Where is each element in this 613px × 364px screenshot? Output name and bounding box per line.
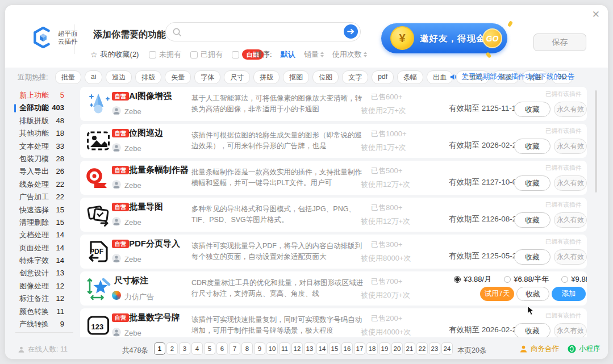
sidebar-category[interactable]: 产线转换 9 — [5, 318, 80, 330]
permanent-valid-button[interactable]: 永久有效 — [554, 249, 587, 265]
price-option[interactable]: ¥3.88/月 — [454, 274, 491, 284]
page-button[interactable]: 9 — [254, 342, 265, 355]
plugin-card[interactable]: 尺寸标注 力仿广告 CDR度量标注工具的优化和批量，对目标图形或区域进行尺寸标注… — [80, 271, 587, 306]
page-button[interactable]: 16 — [341, 342, 353, 355]
hot-search-tag[interactable]: 字体 — [194, 70, 220, 84]
sidebar-category[interactable]: 颜色转换 11 — [5, 306, 80, 318]
permanent-valid-button[interactable]: 永久有效 — [554, 102, 587, 117]
sidebar-category[interactable]: 文本处理 33 — [5, 140, 80, 153]
permanent-valid-button[interactable]: 永久有效 — [554, 212, 587, 228]
page-button[interactable]: 17 — [354, 342, 365, 355]
sidebar-category[interactable]: 标注备注 12 — [5, 292, 80, 305]
my-favorites-link[interactable]: ☆ 我的收藏(2) — [90, 49, 139, 60]
favorite-button[interactable]: 收藏 — [514, 249, 551, 265]
sidebar-category[interactable]: 包装刀模 28 — [5, 153, 80, 165]
hot-search-tag[interactable]: 巡边 — [106, 70, 132, 84]
save-button[interactable]: 保存 — [533, 34, 586, 51]
permanent-valid-button[interactable]: 永久有效 — [554, 139, 587, 154]
hot-search-tag[interactable]: 拼版 — [253, 70, 280, 84]
favorite-button[interactable]: 收藏 — [514, 323, 551, 337]
page-button[interactable]: 12 — [291, 342, 303, 355]
permanent-valid-button[interactable]: 永久有效 — [554, 323, 587, 337]
sidebar-category[interactable]: 新上功能 5 — [5, 89, 80, 102]
search-submit-button[interactable] — [344, 24, 358, 39]
page-button[interactable]: 10 — [266, 342, 278, 355]
plugin-card[interactable]: 自营 位图巡边 Zebe 该插件可根据位图的轮廓生成矢量的图形（即常说的巡边效果… — [80, 124, 587, 158]
business-coop-link[interactable]: 商务合作 — [519, 344, 559, 354]
page-button[interactable]: 1 — [154, 342, 165, 355]
hot-search-tag[interactable]: 批量 — [55, 70, 81, 84]
radio-icon[interactable] — [561, 276, 568, 283]
page-button[interactable]: 20 — [391, 342, 403, 355]
sidebar-category[interactable]: 清理删除 15 — [5, 216, 80, 229]
sidebar-category[interactable]: 排版拼版 48 — [5, 115, 80, 127]
sidebar-category[interactable]: 快速选择 15 — [5, 204, 80, 216]
checkbox-icon[interactable] — [149, 51, 156, 58]
invite-banner[interactable]: ¥ 邀好友，得现金 GO — [381, 23, 507, 53]
sidebar-category[interactable]: 创意设计 13 — [5, 267, 80, 279]
favorite-button[interactable]: 收藏 — [514, 102, 551, 117]
plugin-card[interactable]: 自营 AI图像增强 Zebe 基于人工智能算法，可将低像素的图像放大变清晰，转换… — [80, 87, 587, 121]
trial-button[interactable]: 试用7天 — [480, 287, 514, 301]
page-button[interactable]: 21 — [404, 342, 415, 355]
page-button[interactable]: 2 — [166, 342, 178, 355]
radio-icon[interactable] — [454, 276, 461, 283]
hot-search-tag[interactable]: 矢量 — [165, 70, 191, 84]
page-button[interactable]: 11 — [279, 342, 290, 355]
sidebar-category[interactable]: 其他功能 18 — [5, 127, 80, 140]
page-button[interactable]: 3 — [179, 342, 190, 355]
hot-search-tag[interactable]: pdf — [372, 70, 394, 84]
sidebar-category[interactable]: 特殊字效 14 — [5, 254, 80, 267]
checkbox-icon[interactable] — [190, 51, 198, 58]
add-button[interactable]: 添加 — [552, 287, 586, 301]
favorite-button[interactable]: 收藏 — [514, 212, 551, 228]
radio-icon[interactable] — [504, 276, 511, 283]
page-button[interactable]: 5 — [204, 342, 215, 355]
page-button[interactable]: 15 — [329, 342, 340, 355]
announcement-link[interactable]: 关于近期部分云插件功能下线的公告 — [449, 72, 575, 82]
sidebar-category[interactable]: 广告加工 22 — [5, 191, 80, 203]
favorite-button[interactable]: 收藏 — [514, 139, 551, 154]
filter-checkbox[interactable]: 未拥有 — [149, 49, 181, 60]
page-button[interactable]: 6 — [216, 342, 228, 355]
hot-search-tag[interactable]: 文字 — [342, 70, 368, 84]
sort-option[interactable]: 销量 — [304, 49, 324, 60]
plugin-card[interactable]: 自营 批量导图 Zebe 多种常见的导出格式和导图模式，包括JPG、PNG、TI… — [80, 198, 587, 232]
permanent-valid-button[interactable]: 永久有效 — [554, 175, 587, 191]
sidebar-category[interactable]: 全部功能 403 — [5, 102, 80, 114]
sort-option[interactable]: 使用次数 — [332, 49, 367, 60]
hot-search-tag[interactable]: ai — [85, 70, 102, 84]
hot-search-tag[interactable]: 位图 — [312, 70, 339, 84]
close-icon[interactable]: ✕ — [592, 10, 600, 19]
hot-search-tag[interactable]: 排版 — [135, 70, 161, 84]
price-option[interactable]: ¥6.88/半年 — [504, 274, 549, 284]
page-button[interactable]: 19 — [379, 342, 390, 355]
hot-search-tag[interactable]: 尺寸 — [224, 70, 250, 84]
page-button[interactable]: 14 — [316, 342, 328, 355]
page-button[interactable]: 23 — [429, 342, 440, 355]
favorite-button[interactable]: 收藏 — [514, 175, 551, 191]
page-button[interactable]: 4 — [191, 342, 203, 355]
page-button[interactable]: 24 — [441, 342, 453, 355]
search-input[interactable] — [185, 24, 334, 39]
page-button[interactable]: 18 — [366, 342, 378, 355]
sidebar-category[interactable]: 图像处理 12 — [5, 280, 80, 292]
price-option[interactable]: ¥9.88/年 — [561, 274, 587, 284]
hot-search-tag[interactable]: 条幅 — [397, 70, 423, 84]
plugin-card[interactable]: PDF 自营 PDF分页导入 Zebe 该插件可实现批量导入PDF，将导入的内容… — [80, 235, 587, 269]
hot-search-tag[interactable]: 抠图 — [283, 70, 309, 84]
sidebar-category[interactable]: 文档处理 14 — [5, 229, 80, 241]
sort-arrows-icon[interactable] — [320, 52, 324, 57]
page-button[interactable]: 22 — [416, 342, 428, 355]
sort-arrows-icon[interactable] — [364, 52, 367, 57]
plugin-card[interactable]: 123 自营 批量数字号牌 Zebe 该插件可实现快速批量复制，同时可实现数字号… — [80, 308, 587, 337]
scrollbar-thumb[interactable] — [595, 90, 597, 193]
sort-option[interactable]: 默认 — [281, 49, 295, 60]
page-button[interactable]: 13 — [304, 342, 315, 355]
page-button[interactable]: 7 — [229, 342, 240, 355]
sidebar-category[interactable]: 导入导出 26 — [5, 165, 80, 178]
miniapp-link[interactable]: 小程序 — [568, 344, 601, 354]
filter-checkbox[interactable]: 已拥有 — [190, 49, 223, 60]
sidebar-category[interactable]: 页面处理 14 — [5, 242, 80, 254]
plugin-card[interactable]: 自营 批量条幅制作器 Zebe 批量条幅制作器是一款高效实用的插件，支持批量制作… — [80, 161, 587, 195]
